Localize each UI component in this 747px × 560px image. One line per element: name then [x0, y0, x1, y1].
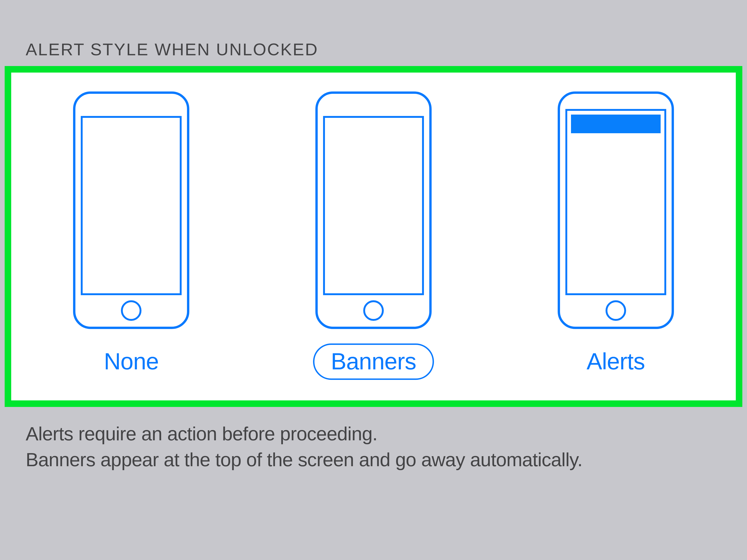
- svg-point-5: [364, 301, 383, 320]
- phone-alerts-icon: [558, 91, 674, 329]
- footer-line-2: Banners appear at the top of the screen …: [26, 447, 721, 473]
- section-header: ALERT STYLE WHEN UNLOCKED: [0, 23, 747, 66]
- svg-point-9: [607, 301, 625, 320]
- phone-banners-icon: [315, 91, 432, 329]
- alert-style-label-banners: Banners: [313, 344, 434, 380]
- svg-rect-1: [82, 117, 181, 294]
- svg-rect-3: [316, 92, 431, 328]
- svg-point-2: [122, 301, 140, 320]
- svg-rect-8: [571, 114, 661, 133]
- phone-none-icon: [73, 91, 189, 329]
- svg-rect-4: [324, 117, 423, 294]
- svg-rect-0: [74, 92, 188, 328]
- alert-style-panel: None Banners Alerts: [5, 66, 742, 407]
- alert-style-option-alerts[interactable]: Alerts: [558, 91, 674, 375]
- alert-style-label-none: None: [87, 344, 175, 380]
- alert-style-option-none[interactable]: None: [73, 91, 189, 375]
- alert-style-option-banners[interactable]: Banners: [313, 91, 434, 375]
- alert-style-label-alerts: Alerts: [570, 344, 661, 380]
- footer-line-1: Alerts require an action before proceedi…: [26, 421, 721, 447]
- section-footer: Alerts require an action before proceedi…: [0, 407, 747, 473]
- svg-rect-7: [566, 110, 665, 294]
